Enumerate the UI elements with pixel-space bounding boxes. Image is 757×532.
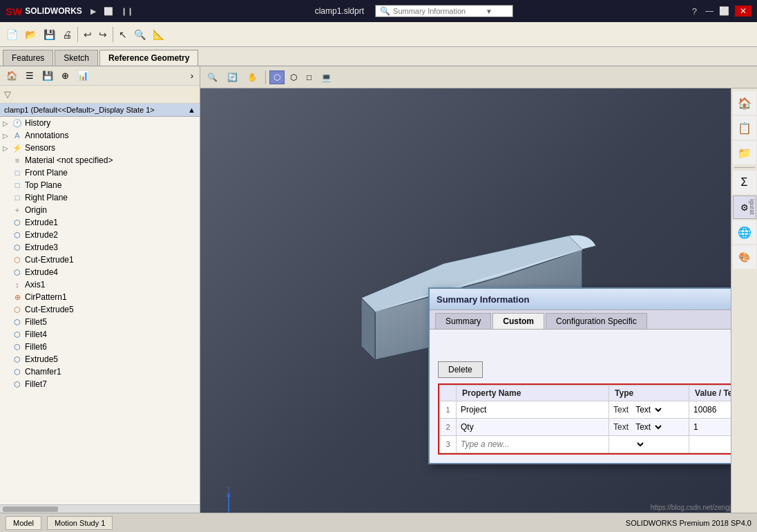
sidebar-home-btn[interactable]: 🏠: [3, 68, 21, 83]
dialog-tab-config[interactable]: Configuration Specific: [546, 313, 647, 329]
vp-display-btn[interactable]: 💻: [317, 70, 336, 84]
open-btn[interactable]: 📂: [21, 27, 40, 42]
row-2-type-select[interactable]: Text: [631, 421, 664, 433]
sidebar-settings-btn[interactable]: ⊕: [58, 68, 73, 83]
sidebar-item-axis1[interactable]: ↕ Axis1: [0, 278, 200, 291]
save-btn[interactable]: 💾: [40, 27, 59, 42]
tab-motion-study[interactable]: Motion Study 1: [47, 516, 113, 530]
zoom-btn[interactable]: 🔍: [131, 27, 149, 42]
right-plane-icon: □: [11, 193, 23, 202]
sidebar-save-btn[interactable]: 💾: [39, 68, 57, 83]
h-scrollbar-thumb[interactable]: [3, 506, 58, 512]
sidebar-item-origin[interactable]: + Origin: [0, 204, 200, 216]
row-3-type[interactable]: Text: [609, 436, 689, 453]
search-input[interactable]: [393, 7, 483, 15]
new-btn[interactable]: 📄: [3, 27, 21, 42]
row-1-property-input[interactable]: [461, 405, 604, 415]
sidebar-item-cut-extrude1[interactable]: ⬡ Cut-Extrude1: [0, 254, 200, 266]
menu-pause[interactable]: ❙❙: [121, 7, 133, 15]
sidebar-item-sensors[interactable]: ▷ ⚡ Sensors: [0, 142, 200, 154]
sidebar-item-material[interactable]: ≡ Material <not specified>: [0, 154, 200, 167]
sidebar-item-fillet4[interactable]: ⬡ Fillet4: [0, 328, 200, 341]
right-panel: 🏠 📋 📁 Σ ⚙ 🌐 🎨 igurat: [731, 88, 757, 513]
brand-name: SOLIDWORKS: [25, 6, 82, 16]
sidebar-item-extrude2[interactable]: ⬡ Extrude2: [0, 229, 200, 241]
search-box[interactable]: 🔍 ▼: [375, 5, 513, 17]
sidebar-item-annotations[interactable]: ▷ A Annotations: [0, 129, 200, 142]
expand-icon: ▷: [3, 132, 11, 140]
row-1-type-select[interactable]: Text: [631, 403, 664, 416]
sidebar-item-history[interactable]: ▷ 🕐 History: [0, 117, 200, 129]
sidebar-item-extrude1[interactable]: ⬡ Extrude1: [0, 216, 200, 229]
fillet4-icon: ⬡: [11, 330, 23, 339]
row-2-property[interactable]: [457, 419, 609, 436]
panel-folder-btn[interactable]: 📁: [733, 141, 756, 164]
row-1-type[interactable]: Text Text: [609, 401, 689, 419]
dialog-tab-summary[interactable]: Summary: [435, 313, 491, 329]
tree-scroll[interactable]: ▷ 🕐 History ▷ A Annotations ▷ ⚡ Sensors …: [0, 117, 200, 504]
row-3-property[interactable]: [457, 436, 609, 453]
tab-features[interactable]: Features: [3, 50, 53, 66]
sidebar-item-fillet5[interactable]: ⬡ Fillet5: [0, 316, 200, 328]
sidebar-item-top-plane[interactable]: □ Top Plane: [0, 179, 200, 191]
vp-rotate-btn[interactable]: 🔄: [223, 70, 242, 84]
sidebar-item-extrude3[interactable]: ⬡ Extrude3: [0, 241, 200, 254]
tab-sketch[interactable]: Sketch: [55, 50, 98, 66]
close-btn[interactable]: ✕: [735, 6, 751, 17]
row-3-property-input[interactable]: [461, 439, 604, 449]
tab-reference-geometry[interactable]: Reference Geometry: [99, 50, 198, 66]
sidebar-item-label: Extrude1: [25, 218, 58, 227]
sidebar-item-fillet6[interactable]: ⬡ Fillet6: [0, 341, 200, 353]
panel-home-btn[interactable]: 🏠: [733, 91, 756, 115]
sidebar-item-cirpattern1[interactable]: ⊕ CirPattern1: [0, 291, 200, 303]
panel-scene-btn[interactable]: 🎨: [733, 245, 756, 269]
sidebar-item-extrude5[interactable]: ⬡ Extrude5: [0, 353, 200, 365]
h-scrollbar[interactable]: [0, 504, 200, 513]
vp-section-btn[interactable]: □: [303, 70, 316, 84]
row-3-type-select[interactable]: Text: [613, 438, 646, 450]
minimize-btn[interactable]: —: [705, 6, 713, 16]
print-btn[interactable]: 🖨: [59, 27, 75, 42]
sidebar-list-btn[interactable]: ☰: [22, 68, 37, 83]
status-label: SOLIDWORKS Premium 2018 SP4.0: [626, 519, 751, 527]
title-bar: SW SOLIDWORKS ▶ ⬜ ❙❙ clamp1.sldprt 🔍 ▼ ?…: [0, 0, 757, 22]
row-2-property-input[interactable]: [461, 422, 604, 432]
sidebar-item-right-plane[interactable]: □ Right Plane: [0, 191, 200, 204]
extrude5-icon: ⬡: [11, 355, 23, 364]
vp-zoom-btn[interactable]: 🔍: [203, 70, 222, 84]
viewport-toolbar: 🔍 🔄 ✋ ⬡ ⬡ □ 💻: [200, 66, 757, 88]
row-2-type[interactable]: Text Text: [609, 419, 689, 436]
tab-model[interactable]: Model: [6, 516, 41, 530]
axis-svg: Y X Z: [211, 487, 246, 513]
sidebar-item-cut-extrude5[interactable]: ⬡ Cut-Extrude5: [0, 303, 200, 316]
delete-btn[interactable]: Delete: [438, 361, 483, 378]
menu-stop[interactable]: ⬜: [104, 7, 113, 15]
panel-tree-btn[interactable]: 📋: [733, 116, 756, 140]
panel-display-btn[interactable]: 🌐: [733, 220, 756, 244]
sidebar-item-front-plane[interactable]: □ Front Plane: [0, 167, 200, 179]
filter-btn[interactable]: ▽: [3, 88, 12, 101]
search-dropdown-icon[interactable]: ▼: [486, 8, 492, 15]
vp-wire-btn[interactable]: ⬡: [286, 70, 301, 84]
vp-view-btn[interactable]: ⬡: [269, 70, 285, 84]
undo-btn[interactable]: ↩: [80, 27, 95, 42]
sidebar-item-label: Origin: [25, 205, 47, 215]
panel-sigma-btn[interactable]: Σ: [733, 171, 756, 194]
redo-btn[interactable]: ↪: [95, 27, 111, 42]
sidebar-expand-btn[interactable]: ›: [187, 68, 197, 83]
row-1-property[interactable]: [457, 401, 609, 419]
expand-icon: ▷: [3, 144, 11, 152]
vp-pan-btn[interactable]: ✋: [243, 70, 262, 84]
tree-collapse-icon[interactable]: ▲: [188, 106, 195, 114]
sidebar-item-fillet7[interactable]: ⬡ Fillet7: [0, 378, 200, 390]
menu-play[interactable]: ▶: [90, 7, 96, 15]
maximize-btn[interactable]: ⬜: [719, 6, 729, 16]
measure-btn[interactable]: 📐: [149, 27, 168, 42]
property-table: Property Name Type Value / Text Expressi…: [439, 385, 757, 453]
select-btn[interactable]: ↖: [115, 27, 131, 42]
sidebar-item-extrude4[interactable]: ⬡ Extrude4: [0, 266, 200, 278]
dialog-tab-custom[interactable]: Custom: [492, 313, 544, 329]
help-icon[interactable]: ?: [692, 6, 697, 17]
sidebar-item-chamfer1[interactable]: ⬡ Chamfer1: [0, 365, 200, 378]
sidebar-chart-btn[interactable]: 📊: [74, 68, 92, 83]
